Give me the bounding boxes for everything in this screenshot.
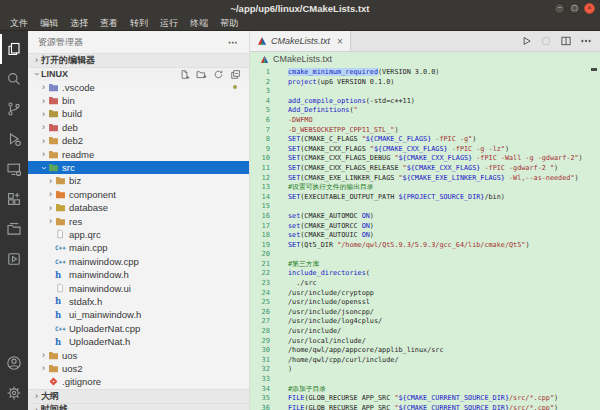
code-line[interactable]: 28/usr/include/	[250, 327, 600, 337]
run-icon[interactable]	[520, 35, 532, 47]
tree-item-mainwindow-cpp[interactable]: C++mainwindow.cpp	[28, 255, 249, 268]
code-line[interactable]: 31/home/qwl/cpp/curl/include/	[250, 356, 600, 366]
tree-item-app-qrc[interactable]: app.qrc	[28, 228, 249, 241]
menu-item[interactable]: 终端	[184, 17, 214, 30]
code-editor[interactable]: 1cmake_minimum_required(VERSION 3.0.0)2p…	[250, 66, 600, 410]
code-line[interactable]: 5Add_Definitions("	[250, 106, 600, 116]
tree-item-res[interactable]: ›res	[28, 214, 249, 227]
code-line[interactable]: 13#设置可执行文件的输出目录	[250, 183, 600, 193]
tree-item-readme[interactable]: ›readme	[28, 147, 249, 160]
timeline-section[interactable]: › 时间线	[28, 403, 249, 410]
tree-item-mainwindow-h[interactable]: hmainwindow.h	[28, 268, 249, 281]
code-line[interactable]: 7-D_WEBSOCKETPP_CPP11_STL_")	[250, 126, 600, 136]
tree-item-uploadernat-cpp[interactable]: C++UploaderNat.cpp	[28, 322, 249, 335]
activity-explorer[interactable]	[0, 34, 28, 64]
code-line[interactable]: 32)	[250, 365, 600, 375]
more-actions-icon[interactable]: ⋯	[228, 37, 239, 48]
tree-item-biz[interactable]: ›biz	[28, 174, 249, 187]
activity-extensions[interactable]	[0, 184, 28, 214]
code-line[interactable]: 3	[250, 87, 600, 97]
code-line[interactable]: 19SET(Qt5_DIR "/home/qwl/Qt5.9.3/5.9.3/g…	[250, 241, 600, 251]
new-file-icon[interactable]	[179, 69, 190, 80]
tree-item-uos[interactable]: ›uos	[28, 348, 249, 361]
code-line[interactable]: 9SET(CMAKE_CXX_FLAGS "${CMAKE_CXX_FLAGS}…	[250, 145, 600, 155]
activity-test[interactable]	[0, 244, 28, 274]
tree-item-build[interactable]: ›build	[28, 107, 249, 120]
code-line[interactable]: 26/usr/include/jsoncpp/	[250, 308, 600, 318]
code-line[interactable]: 36FILE(GLOB_RECURSE APP_SRC "${CMAKE_CUR…	[250, 404, 600, 410]
code-line[interactable]: 24/usr/include/cryptopp	[250, 289, 600, 299]
folder-icon	[55, 175, 69, 186]
code-line[interactable]: 34#添加子目录	[250, 385, 600, 395]
activity-account[interactable]	[0, 348, 28, 378]
code-line[interactable]: 8SET(CMAKE_C_FLAGS "${CMAKE_C_FLAGS} -fP…	[250, 135, 600, 145]
tree-item-component[interactable]: ›component	[28, 188, 249, 201]
tree-item-bin[interactable]: ›bin	[28, 94, 249, 107]
tree-item-stdafx-h[interactable]: hstdafx.h	[28, 295, 249, 308]
code-line[interactable]: 25/usr/include/openssl	[250, 298, 600, 308]
code-line[interactable]: 11SET(CMAKE_CXX_FLAGS_RELEASE "${CMAKE_C…	[250, 164, 600, 174]
code-line[interactable]: 12SET(CMAKE_EXE_LINKER_FLAGS "${CMAKE_EX…	[250, 174, 600, 184]
tree-item-deb2[interactable]: ›deb2	[28, 134, 249, 147]
code-line[interactable]: 10SET(CMAKE_CXX_FLAGS_DEBUG "${CMAKE_CXX…	[250, 154, 600, 164]
new-folder-icon[interactable]	[196, 69, 207, 80]
menu-item[interactable]: 转到	[124, 17, 154, 30]
code-line[interactable]: 14SET(EXECUTABLE_OUTPUT_PATH ${PROJECT_S…	[250, 193, 600, 203]
activity-library[interactable]	[0, 214, 28, 244]
menu-item[interactable]: 运行	[154, 17, 184, 30]
activity-remote[interactable]	[0, 154, 28, 184]
code-line[interactable]: 35FILE(GLOB_RECURSE APP_SRC "${CMAKE_CUR…	[250, 394, 600, 404]
line-number: 2	[250, 78, 276, 88]
maximize-button[interactable]: ▢	[569, 3, 580, 14]
tree-item-deb[interactable]: ›deb	[28, 121, 249, 134]
close-tab-icon[interactable]: ×	[337, 36, 343, 47]
breadcrumb-item[interactable]: CMakeLists.txt	[273, 54, 332, 64]
close-button[interactable]: ×	[584, 3, 595, 14]
workspace-section[interactable]: › LINUX	[28, 67, 249, 81]
tree-item-ui-mainwindow-h[interactable]: hui_mainwindow.h	[28, 308, 249, 321]
code-line[interactable]: 4add_compile_options(-std=c++11)	[250, 97, 600, 107]
collapse-all-icon[interactable]	[230, 69, 241, 80]
menu-item[interactable]: 帮助	[214, 17, 244, 30]
menu-item[interactable]: 编辑	[34, 17, 64, 30]
minimize-button[interactable]: −	[554, 3, 565, 14]
menu-item[interactable]: 文件	[4, 17, 34, 30]
code-line[interactable]: 30/home/qwl/app/appcore/applib_linux/src	[250, 346, 600, 356]
code-line[interactable]: 29/usr/local/include/	[250, 337, 600, 347]
code-line[interactable]: 21#第三方库	[250, 260, 600, 270]
tree-item-main-cpp[interactable]: C++main.cpp	[28, 241, 249, 254]
tree-item-vscode[interactable]: ›.vscode	[28, 81, 249, 94]
tab-cmakelists[interactable]: CMakeLists.txt ×	[250, 31, 351, 51]
tree-item-database[interactable]: ›database	[28, 201, 249, 214]
code-line[interactable]: 33	[250, 375, 600, 385]
tree-item-uos2[interactable]: ›uos2	[28, 362, 249, 375]
code-line[interactable]: 27/usr/include/log4cplus/	[250, 317, 600, 327]
code-line[interactable]: 16set(CMAKE_AUTOMOC ON)	[250, 212, 600, 222]
activity-run-debug[interactable]	[0, 124, 28, 154]
code-line[interactable]: 18set(CMAKE_AUTOUIC ON)	[250, 231, 600, 241]
tree-item-uploadernat-h[interactable]: hUploaderNat.h	[28, 335, 249, 348]
activity-settings[interactable]	[0, 378, 28, 408]
tree-item-gitignore[interactable]: .gitignore	[28, 375, 249, 388]
code-line[interactable]: 6-DWFMO	[250, 116, 600, 126]
code-line[interactable]: 22include_directories(	[250, 269, 600, 279]
tree-item-src[interactable]: ›src	[28, 161, 249, 174]
code-line[interactable]: 1cmake_minimum_required(VERSION 3.0.0)	[250, 68, 600, 78]
code-line[interactable]: 2project(up6 VERSION 0.1.0)	[250, 78, 600, 88]
code-line[interactable]: 23 ./src	[250, 279, 600, 289]
tree-item-mainwindow-ui[interactable]: mainwindow.ui	[28, 281, 249, 294]
activity-search[interactable]	[0, 64, 28, 94]
refresh-icon[interactable]	[213, 69, 224, 80]
activity-source-control[interactable]	[0, 94, 28, 124]
split-editor-icon[interactable]	[560, 35, 572, 47]
breadcrumb[interactable]: CMakeLists.txt	[250, 52, 600, 66]
open-editors-section[interactable]: › 打开的编辑器	[28, 53, 249, 67]
code-line[interactable]: 15	[250, 202, 600, 212]
menu-item[interactable]: 选择	[64, 17, 94, 30]
more-actions-icon[interactable]	[580, 35, 592, 47]
modified-badge	[233, 85, 237, 89]
code-line[interactable]: 20	[250, 250, 600, 260]
outline-section[interactable]: › 大纲	[28, 389, 249, 403]
menu-item[interactable]: 查看	[94, 17, 124, 30]
code-line[interactable]: 17set(CMAKE_AUTORCC ON)	[250, 222, 600, 232]
